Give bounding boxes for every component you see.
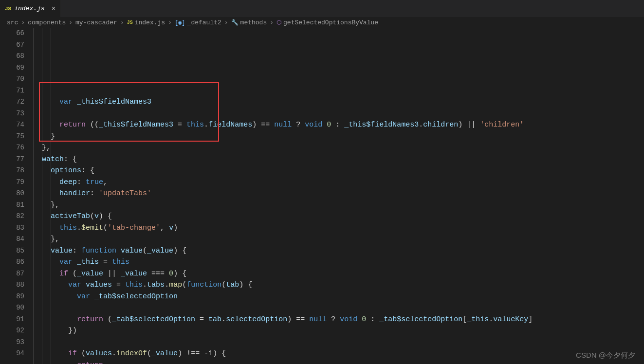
code-line[interactable]: if (values.indexOf(_value) !== -1) { — [33, 348, 644, 360]
code-line[interactable]: }, — [33, 200, 644, 211]
code-line[interactable]: value: function value(_value) { — [33, 245, 644, 257]
tab-index-js[interactable]: JS index.js × — [0, 0, 61, 17]
code-line[interactable]: return — [33, 360, 644, 364]
chevron-right-icon: › — [21, 19, 25, 26]
struct-icon: [◉] — [175, 19, 185, 26]
code-line[interactable]: watch: { — [33, 154, 644, 165]
js-file-icon: JS — [5, 6, 11, 12]
code-line[interactable]: deep: true, — [33, 177, 644, 188]
code-area[interactable]: var _this$fieldNames3 return ((_this$fie… — [33, 28, 644, 364]
code-line[interactable]: }) — [33, 325, 644, 337]
breadcrumb-symbol[interactable]: getSelectedOptionsByValue — [283, 19, 378, 26]
code-line[interactable]: var _this$fieldNames3 — [33, 96, 644, 108]
breadcrumb-part[interactable]: my-cascader — [75, 19, 117, 26]
code-line[interactable] — [33, 108, 644, 120]
code-line[interactable]: } — [33, 131, 644, 143]
chevron-right-icon: › — [120, 19, 124, 26]
code-line[interactable]: options: { — [33, 165, 644, 177]
chevron-right-icon: › — [69, 19, 73, 26]
code-line[interactable]: activeTab(v) { — [33, 211, 644, 222]
code-line[interactable]: var _tab$selectedOption — [33, 291, 644, 303]
chevron-right-icon: › — [224, 19, 228, 26]
code-line[interactable] — [33, 302, 644, 314]
breadcrumb-symbol[interactable]: methods — [240, 19, 267, 26]
code-line[interactable]: return ((_this$fieldNames3 = this.fieldN… — [33, 119, 644, 131]
cube-icon: ⬡ — [276, 19, 281, 26]
js-file-icon: JS — [127, 20, 133, 25]
breadcrumb-symbol[interactable]: _default2 — [187, 19, 221, 26]
tab-bar: JS index.js × — [0, 0, 644, 17]
tab-label: index.js — [14, 5, 44, 12]
code-line[interactable]: }, — [33, 234, 644, 245]
breadcrumb-part[interactable]: components — [28, 19, 66, 26]
close-icon[interactable]: × — [52, 5, 55, 13]
code-line[interactable]: this.$emit('tab-change', v) — [33, 222, 644, 234]
code-line[interactable]: var _this = this — [33, 256, 644, 268]
code-line[interactable]: handler: 'updateTabs' — [33, 188, 644, 200]
code-line[interactable]: var values = this.tabs.map(function(tab)… — [33, 279, 644, 291]
code-line[interactable] — [33, 337, 644, 348]
breadcrumb-file[interactable]: index.js — [135, 19, 165, 26]
chevron-right-icon: › — [168, 19, 172, 26]
code-line[interactable]: return (_tab$selectedOption = tab.select… — [33, 314, 644, 326]
watermark: CSDN @今夕何夕 — [576, 351, 635, 360]
editor[interactable]: 6667686970717273747576777879808182838485… — [0, 28, 644, 364]
code-line[interactable]: }, — [33, 142, 644, 154]
code-line[interactable]: if (_value || _value === 0) { — [33, 268, 644, 280]
chevron-right-icon: › — [270, 19, 274, 26]
wrench-icon: 🔧 — [231, 19, 239, 26]
breadcrumb-part[interactable]: src — [7, 19, 18, 26]
line-number-gutter: 6667686970717273747576777879808182838485… — [0, 28, 33, 364]
breadcrumb[interactable]: src › components › my-cascader › JS inde… — [0, 17, 644, 28]
